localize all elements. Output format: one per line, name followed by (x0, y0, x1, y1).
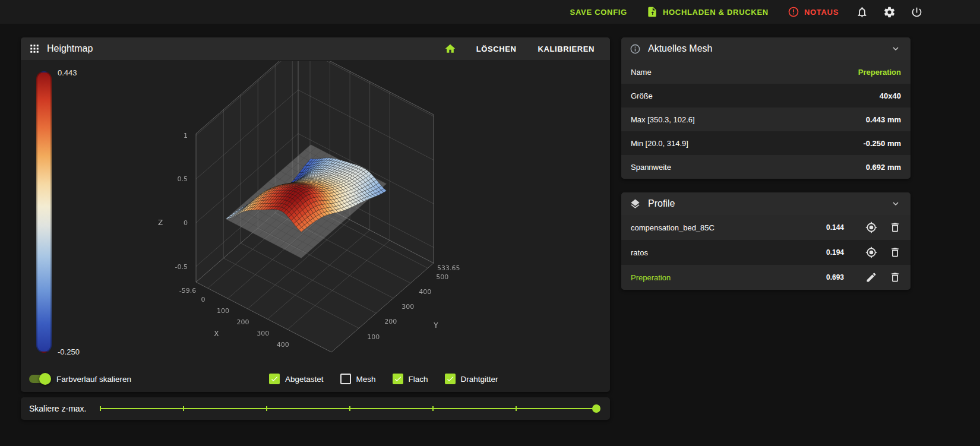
row-label: Name (631, 68, 652, 77)
current-mesh-header: Aktuelles Mesh (621, 37, 911, 60)
home-icon (444, 43, 456, 55)
trash-icon (889, 222, 901, 233)
checkbox-drahtgitter[interactable]: Drahtgitter (445, 374, 498, 384)
slider-tick (516, 406, 517, 411)
calibrate-button[interactable]: KALIBRIEREN (531, 37, 602, 60)
save-config-button[interactable]: SAVE CONFIG (562, 0, 636, 24)
profile-name: ratos (631, 248, 826, 257)
check-icon (394, 375, 402, 383)
heightmap-body: 0.443 -0.250 Farbverlauf skalieren Abget… (21, 60, 610, 392)
bell-icon (856, 6, 868, 18)
profile-name: Preperation (631, 273, 826, 282)
delete-profile-button[interactable] (883, 241, 907, 264)
load-profile-button[interactable] (859, 241, 883, 264)
file-upload-icon (646, 6, 658, 18)
display-checkboxes: Abgetastet Mesh Flach Drahtgitter (269, 366, 498, 392)
toggle-label: Farbverlauf skalieren (56, 375, 131, 384)
heightmap-controls: Farbverlauf skalieren Abgetastet Mesh (21, 366, 610, 392)
delete-profile-button[interactable] (883, 265, 907, 289)
checkbox-flach[interactable]: Flach (393, 374, 428, 384)
row-value: 0.692 mm (866, 163, 901, 172)
checkbox-label: Abgetastet (285, 375, 324, 384)
heightmap-card: Heightmap LÖSCHEN KALIBRIEREN 0.443 -0.2… (21, 37, 610, 392)
checkbox-box (393, 374, 403, 384)
emergency-stop-label: NOTAUS (804, 8, 839, 17)
check-icon (270, 375, 279, 383)
profile-variance: 0.194 (826, 248, 844, 257)
heightmap-column: Heightmap LÖSCHEN KALIBRIEREN 0.443 -0.2… (21, 37, 610, 420)
profiles-card: Profile compensation_bed_85C 0.144 (621, 192, 911, 290)
load-profile-button[interactable] (859, 216, 883, 239)
checkbox-abgetastet[interactable]: Abgetastet (269, 374, 324, 384)
heightmap-plot-region: 0.443 -0.250 (21, 60, 610, 366)
collapse-mesh-button[interactable] (889, 43, 902, 54)
heightmap-plot[interactable] (68, 61, 591, 364)
row-label: Min [20.0, 314.9] (631, 139, 688, 148)
trash-icon (889, 271, 901, 283)
zmax-slider[interactable] (100, 404, 599, 413)
layers-icon (630, 198, 641, 210)
profile-name: compensation_bed_85C (631, 223, 826, 232)
profile-row: compensation_bed_85C 0.144 (621, 215, 911, 240)
delete-profile-button[interactable] (883, 216, 907, 239)
check-icon (446, 375, 454, 383)
power-button[interactable] (904, 0, 929, 24)
slider-tick (432, 406, 434, 411)
info-column: Aktuelles Mesh Name Preperation Größe 40… (621, 37, 911, 420)
current-mesh-card: Aktuelles Mesh Name Preperation Größe 40… (621, 37, 911, 179)
profile-variance: 0.693 (826, 273, 844, 281)
toggle-knob (39, 373, 51, 385)
heightmap-card-header: Heightmap LÖSCHEN KALIBRIEREN (21, 37, 610, 60)
mesh-info-table: Name Preperation Größe 40x40 Max [350.3,… (621, 60, 911, 179)
crosshairs-icon (865, 246, 877, 258)
row-value: -0.250 mm (863, 139, 901, 148)
main-content: Heightmap LÖSCHEN KALIBRIEREN 0.443 -0.2… (0, 24, 980, 420)
slider-tick (100, 406, 101, 411)
table-row: Min [20.0, 314.9] -0.250 mm (621, 131, 911, 155)
slider-tick (349, 406, 350, 411)
topbar-actions: SAVE CONFIG HOCHLADEN & DRUCKEN NOTAUS (562, 0, 929, 24)
trash-icon (889, 246, 901, 258)
info-icon (630, 43, 641, 55)
checkbox-label: Flach (409, 375, 428, 384)
upload-print-button[interactable]: HOCHLADEN & DRUCKEN (638, 0, 777, 24)
row-value: Preperation (858, 68, 901, 77)
collapse-profiles-button[interactable] (889, 198, 902, 209)
notifications-button[interactable] (849, 0, 874, 24)
row-label: Max [350.3, 102.6] (631, 115, 695, 124)
chevron-down-icon (890, 198, 901, 209)
checkbox-mesh[interactable]: Mesh (340, 374, 376, 384)
profile-row-active: Preperation 0.693 (621, 265, 911, 290)
home-button[interactable] (438, 37, 462, 60)
table-row: Größe 40x40 (621, 84, 911, 107)
power-icon (911, 6, 923, 18)
table-row: Spannweite 0.692 mm (621, 155, 911, 179)
chevron-down-icon (890, 43, 901, 54)
settings-button[interactable] (877, 0, 902, 24)
upload-print-label: HOCHLADEN & DRUCKEN (663, 8, 769, 17)
slider-tick (266, 406, 267, 411)
table-row: Name Preperation (621, 60, 911, 84)
profile-variance: 0.144 (826, 223, 844, 232)
zmax-slider-thumb[interactable] (592, 404, 600, 413)
toggle-switch[interactable] (29, 375, 49, 383)
zmax-slider-label: Skaliere z-max. (29, 404, 86, 413)
slider-tick (183, 406, 184, 411)
save-config-label: SAVE CONFIG (570, 8, 627, 17)
profiles-title: Profile (648, 198, 675, 209)
profiles-header: Profile (621, 192, 911, 215)
crosshairs-icon (865, 222, 877, 233)
pencil-icon (865, 271, 877, 283)
checkbox-box (445, 374, 456, 384)
profile-row: ratos 0.194 (621, 240, 911, 265)
rename-profile-button[interactable] (859, 265, 883, 289)
clear-mesh-button[interactable]: LÖSCHEN (469, 37, 524, 60)
color-gradient-bar (36, 71, 52, 353)
heightmap-title: Heightmap (47, 43, 93, 54)
zmax-slider-card: Skaliere z-max. (21, 397, 610, 420)
row-value: 40x40 (880, 91, 901, 100)
profiles-list: compensation_bed_85C 0.144 ratos 0.194 (621, 215, 911, 290)
topbar: SAVE CONFIG HOCHLADEN & DRUCKEN NOTAUS (0, 0, 980, 24)
emergency-stop-button[interactable]: NOTAUS (779, 0, 847, 24)
scale-gradient-toggle[interactable]: Farbverlauf skalieren (29, 375, 131, 384)
